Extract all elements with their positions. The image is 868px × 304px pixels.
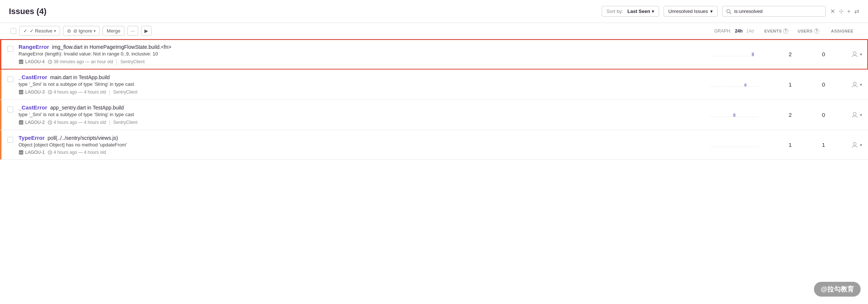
issue-graph: [704, 100, 764, 130]
assignee-icon: [851, 81, 858, 88]
search-input[interactable]: [734, 9, 822, 14]
graph-24h[interactable]: 24h: [735, 28, 743, 34]
issue-main: RangeError img_flow.dart in HomePageImgF…: [17, 39, 704, 69]
issue-assignee: ▾: [831, 39, 868, 69]
issue-project: </> LAGOU-2: [19, 120, 45, 125]
svg-line-32: [50, 153, 51, 153]
issue-message: Object [object Object] has no method 'up…: [19, 142, 701, 148]
issue-checkbox[interactable]: [7, 137, 13, 143]
ignore-button[interactable]: ⊘ ⊘ Ignore ▾: [63, 26, 100, 36]
filter-settings-icon[interactable]: ⇄: [854, 8, 859, 15]
assignee-icon: [851, 51, 858, 58]
issue-error-type[interactable]: TypeError: [19, 135, 45, 141]
events-info-icon[interactable]: ?: [783, 28, 788, 34]
sort-label: Sort by:: [607, 9, 623, 14]
issue-title-row: _CastError main.dart in TestApp.build: [19, 74, 701, 80]
issue-graph: [704, 70, 764, 99]
merge-label: Merge: [107, 28, 120, 34]
sparkline-chart: [710, 49, 758, 60]
clock-icon: [48, 150, 52, 155]
issues-list: RangeError img_flow.dart in HomePageImgF…: [0, 39, 868, 160]
issue-project: </> LAGOU-3: [19, 89, 45, 95]
issue-events: 2: [764, 100, 798, 130]
issue-checkbox[interactable]: [7, 76, 13, 82]
issue-message: type '_Smi' is not a subtype of type 'St…: [19, 81, 701, 87]
play-button[interactable]: ▶: [141, 26, 151, 36]
issue-meta: </> LAGOU-2 4 hours ago — 4 hours old | …: [19, 119, 701, 125]
resolve-button[interactable]: ✓ ✓ Resolve ▾: [19, 26, 60, 36]
issue-events: 2: [764, 39, 798, 69]
issue-time: 4 hours ago — 4 hours old: [48, 120, 106, 125]
page-title: Issues (4): [9, 7, 47, 16]
svg-point-34: [853, 142, 856, 145]
search-icon: [726, 9, 731, 14]
graph-label: GRAPH:: [714, 28, 731, 34]
issue-assignee: ▾: [831, 130, 868, 159]
pin-icon[interactable]: ⊹: [839, 8, 844, 15]
issue-tag[interactable]: SentryClient: [113, 89, 137, 95]
assignee-chevron-icon[interactable]: ▾: [860, 112, 862, 118]
events-label: EVENTS: [764, 29, 782, 33]
filter-button[interactable]: Unresolved Issues ▾: [664, 6, 718, 17]
issue-assignee: ▾: [831, 70, 868, 99]
issue-error-type[interactable]: _CastError: [19, 104, 47, 111]
assignee-column-header: ASSIGNEE: [831, 29, 868, 33]
issue-checkbox[interactable]: [7, 107, 13, 112]
svg-line-23: [50, 123, 51, 123]
assignee-chevron-icon[interactable]: ▾: [860, 142, 862, 148]
select-all-checkbox[interactable]: [10, 28, 16, 34]
assignee-chevron-icon[interactable]: ▾: [860, 82, 862, 87]
issue-events: 1: [764, 70, 798, 99]
issue-events: 1: [764, 130, 798, 159]
top-bar: Issues (4) Sort by: Last Seen ▾ Unresolv…: [0, 0, 868, 23]
close-icon[interactable]: ✕: [830, 8, 835, 15]
merge-button[interactable]: Merge: [103, 26, 124, 36]
issue-project: </> LAGOU-1: [19, 150, 45, 155]
issue-tag[interactable]: SentryClient: [120, 59, 144, 64]
svg-rect-25: [733, 114, 735, 117]
top-icons: ✕ ⊹ + ⇄: [830, 8, 859, 15]
assignee-chevron-icon[interactable]: ▾: [860, 52, 862, 57]
issue-location: app_sentry.dart in TestApp.build: [50, 105, 124, 111]
code-icon: </>: [19, 59, 24, 64]
issue-graph: [704, 39, 764, 69]
users-info-icon[interactable]: ?: [814, 28, 819, 34]
add-icon[interactable]: +: [847, 8, 851, 15]
resolve-label: ✓ Resolve: [30, 28, 53, 34]
sparkline-chart: [710, 139, 758, 151]
issue-meta: </> LAGOU-3 4 hours ago — 4 hours old | …: [19, 89, 701, 95]
issue-meta: </> LAGOU-1 4 hours ago — 4 hours old: [19, 150, 701, 155]
issue-location: poll(../../sentry/scripts/views.js): [48, 135, 118, 141]
issue-title-row: TypeError poll(../../sentry/scripts/view…: [19, 135, 701, 141]
more-button[interactable]: ···: [127, 26, 138, 36]
graph-14d[interactable]: 14d: [746, 28, 754, 34]
svg-text:</>: </>: [19, 61, 24, 64]
issue-users: 0: [798, 70, 831, 99]
issue-location: main.dart in TestApp.build: [50, 74, 110, 80]
filter-chevron-icon: ▾: [710, 9, 713, 14]
issue-error-type[interactable]: _CastError: [19, 74, 47, 80]
svg-text:</>: </>: [19, 151, 24, 154]
resolve-icon: ✓: [23, 28, 27, 34]
issue-error-type[interactable]: RangeError: [19, 44, 49, 50]
issue-graph: [704, 130, 764, 159]
sort-chevron-icon: ▾: [652, 9, 654, 14]
issue-time: 38 minutes ago — an hour old: [48, 59, 113, 64]
issue-checkbox[interactable]: [7, 46, 13, 52]
meta-divider: |: [109, 119, 110, 125]
code-icon: </>: [19, 89, 24, 95]
issue-checkbox-col: [1, 70, 17, 99]
sort-button[interactable]: Sort by: Last Seen ▾: [602, 6, 659, 17]
svg-line-14: [50, 92, 51, 93]
sparkline-chart: [710, 79, 758, 90]
issue-checkbox-col: [1, 100, 17, 130]
play-icon: ▶: [144, 28, 148, 34]
issue-checkbox-col: [1, 130, 17, 159]
assignee-icon: [851, 111, 858, 119]
table-row: _CastError main.dart in TestApp.build ty…: [0, 70, 868, 100]
more-icon: ···: [131, 28, 135, 34]
issue-tag[interactable]: SentryClient: [113, 120, 137, 125]
svg-rect-16: [744, 84, 747, 87]
issue-checkbox-col: [1, 39, 17, 69]
table-row: RangeError img_flow.dart in HomePageImgF…: [0, 39, 868, 70]
